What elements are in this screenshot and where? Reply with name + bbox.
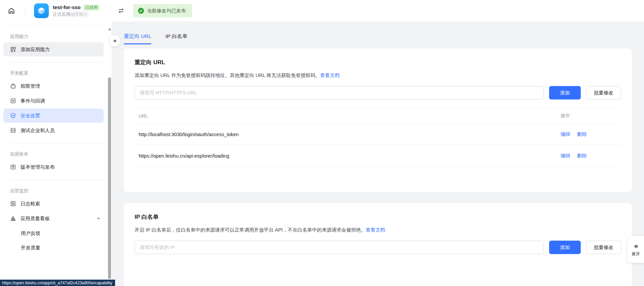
ip-whitelist-card: IP 白名单 开启 IP 白名单后，仅白名单中的来源请求可以正常调用开放平台 A… [124,203,632,286]
home-button[interactable] [5,4,18,17]
app-name: test-for-sso [53,4,81,11]
sidebar-item-security[interactable]: 安全设置 [3,109,104,123]
sidebar-collapse-button[interactable]: « [109,35,121,47]
delete-link[interactable]: 删除 [577,153,587,158]
log-search-icon [10,201,16,207]
sidebar-scrollbar-rail [108,22,112,286]
divider [10,25,104,26]
sidebar-item-test-company[interactable]: 测试企业和人员 [3,123,104,137]
add-ip-button[interactable]: 添加 [549,241,581,254]
link-status-bar: https://open.feishu.cn/app/cli_a747af2c4… [0,280,115,286]
tab-redirect-url[interactable]: 重定向 URL [124,33,151,44]
divider [25,7,25,14]
publish-status-text: 当前修改均已发布 [147,8,186,14]
shield-check-icon [10,113,16,119]
sidebar-item-add-capability[interactable]: 添加应用能力 [3,42,104,56]
app-logo-icon [34,3,49,18]
double-chevron-left-icon: « [634,242,638,250]
square-plus-icon [10,98,16,104]
sidebar-item-quality-board[interactable]: 应用质量看板 [3,211,104,226]
sidebar: 应用能力 添加应用能力 开发配置 权限管理 事件与回调 安全设置 [0,22,112,286]
section-dev-config: 开发配置 [0,70,112,76]
code-square-icon [10,127,16,133]
divider [10,62,104,62]
divider [10,179,104,180]
edit-link[interactable]: 编辑 [561,131,570,137]
ip-card-description: 开启 IP 白名单后，仅白名单中的来源请求可以正常调用开放平台 API，不在白名… [135,227,621,233]
ip-input[interactable] [135,241,544,254]
sidebar-item-permission[interactable]: 权限管理 [3,79,104,93]
divider [10,143,104,143]
panel-expand-button[interactable]: « 展开 [628,236,644,263]
table-row: http://localhost:3030/login/oauth/access… [135,124,621,145]
chevron-up-icon[interactable] [96,216,101,221]
edit-link[interactable]: 编辑 [561,153,570,158]
tab-bar: 重定向 URL IP 白名单 [112,22,644,44]
batch-edit-url-button[interactable]: 批量修改 [586,86,621,99]
grid-plus-icon [10,46,16,52]
bar-chart-icon [10,215,16,221]
redirect-card-description: 添加重定向 URL 作为免登授权码跳转地址。其他重定向 URL 将无法获取免登授… [135,72,621,79]
section-app-capability: 应用能力 [0,34,112,40]
add-url-button[interactable]: 添加 [549,86,581,99]
app-enabled-badge: 已启用 [83,5,100,10]
section-app-release: 应用发布 [0,151,112,157]
active-tab-underline [124,43,151,44]
scrollbar-up-arrow[interactable] [108,27,112,31]
sidebar-item-user-feedback[interactable]: 用户反馈 [3,227,104,240]
delete-link[interactable]: 删除 [577,131,587,137]
view-docs-link[interactable]: 查看文档 [320,73,340,78]
section-operation: 运营监控 [0,188,112,194]
column-header-action: 操作 [557,109,621,124]
sidebar-item-dev-quality[interactable]: 开发质量 [3,241,104,254]
expand-label: 展开 [632,251,640,257]
sidebar-scrollbar-thumb[interactable] [108,77,111,279]
redirect-url-input[interactable] [135,86,544,99]
tab-ip-whitelist[interactable]: IP 白名单 [166,33,187,44]
url-cell: http://localhost:3030/login/oauth/access… [135,124,557,145]
column-header-url: URL [135,109,557,124]
redirect-url-card: 重定向 URL 添加重定向 URL 作为免登授权码跳转地址。其他重定向 URL … [124,48,632,192]
redirect-url-table: URL 操作 http://localhost:3030/login/oauth… [135,108,621,167]
batch-edit-ip-button[interactable]: 批量修改 [586,241,621,254]
sidebar-item-version[interactable]: 版本管理与发布 [3,160,104,174]
check-circle-icon [138,8,144,14]
table-row: https://open.feishu.cn/api-explorer/load… [135,145,621,167]
main-content: 重定向 URL IP 白名单 重定向 URL 添加重定向 URL 作为免登授权码… [112,22,644,286]
view-docs-link[interactable]: 查看文档 [366,227,385,233]
upload-square-icon [10,164,16,170]
sidebar-item-events[interactable]: 事件与回调 [3,94,104,108]
ip-card-title: IP 白名单 [135,213,621,221]
url-cell: https://open.feishu.cn/api-explorer/load… [135,145,557,167]
sidebar-item-log-search[interactable]: 日志检索 [3,197,104,211]
app-header: test-for-sso 已启用 正式应用@环界云 当前修改均已发布 [0,0,644,22]
home-icon [7,7,15,15]
app-subtitle: 正式应用@环界云 [53,12,100,17]
redirect-card-title: 重定向 URL [135,58,621,66]
publish-status-pill: 当前修改均已发布 [133,4,192,17]
swap-arrows-icon [117,7,125,14]
briefcase-icon [10,83,16,89]
switch-app-button[interactable] [116,5,127,16]
